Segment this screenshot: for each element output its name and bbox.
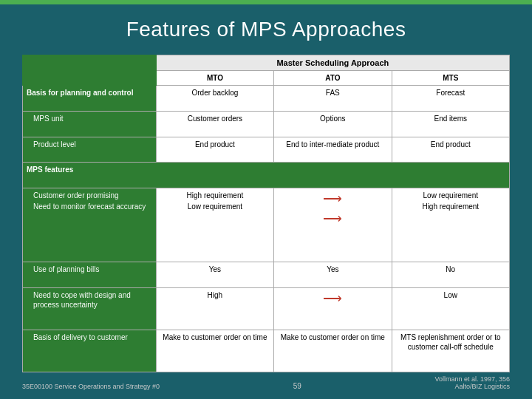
footer-right-line1: Vollmann et al. 1997, 356 [434, 375, 510, 383]
s2-row3: Need to cope with design and process unc… [23, 287, 510, 330]
s1r1-mts: End items [392, 111, 509, 137]
s2-row2: Use of planning bills Yes Yes No [23, 262, 510, 287]
s2r3-arrow: ⟶ [274, 287, 392, 330]
footer-center: 59 [293, 382, 301, 390]
s2r2-left: Use of planning bills [23, 262, 157, 287]
slide-container: Features of MPS Approaches Master Schedu… [0, 4, 532, 399]
s2r4-mto: Make to customer order on time [156, 330, 273, 372]
main-table: Master Scheduling Approach MTO ATO MTS B… [22, 55, 510, 372]
s2-row4: Basis of delivery to customer Make to cu… [23, 330, 510, 372]
header-col1 [23, 55, 157, 71]
section2-label: MPS features [23, 163, 510, 188]
s2r1-mto-val: Low requirement [160, 202, 270, 211]
s2-row0: Customer order promising Need to monitor… [23, 188, 510, 262]
header-row: Master Scheduling Approach [23, 55, 510, 71]
s2r0-left-line1: Customer order promising [33, 191, 152, 200]
s2r2-mto: Yes [156, 262, 273, 287]
s2r0-mts: Low requirement High requirement [392, 188, 509, 262]
s1r2-ato: End to inter-mediate product [274, 137, 392, 163]
col-mto: MTO [156, 71, 273, 86]
s2r3-mto: High [156, 287, 273, 330]
slide-title: Features of MPS Approaches [126, 18, 406, 41]
footer-right-line2: Aalto/BIZ Logistics [454, 383, 510, 390]
footer: 35E00100 Service Operations and Strategy… [22, 372, 510, 392]
section2-label-row: MPS features [23, 163, 510, 188]
s1r2-mts: End product [392, 137, 509, 163]
col-mts: MTS [392, 71, 509, 86]
s1r0-mts: Forecast [392, 86, 509, 112]
s2r2-ato: Yes [274, 262, 392, 287]
arrow-bottom-icon: ⟶ [323, 211, 342, 228]
section1-label-row: Basis for planning and control Order bac… [23, 86, 510, 112]
s1r2-mto: End product [156, 137, 273, 163]
s2r2-mts: No [392, 262, 509, 287]
s2r4-ato: Make to customer order on time [274, 330, 392, 372]
s1r0-ato: FAS [274, 86, 392, 112]
s1-row2: Product level End product End to inter-m… [23, 137, 510, 163]
subheader-left [23, 71, 157, 86]
s2r0-left: Customer order promising Need to monitor… [23, 188, 157, 262]
s2r0-mto: High requirement Low requirement [156, 188, 273, 262]
arrow-row3-icon: ⟶ [323, 290, 342, 307]
s2r4-left: Basis of delivery to customer [23, 330, 157, 372]
footer-right: Vollmann et al. 1997, 356 Aalto/BIZ Logi… [434, 375, 510, 390]
s2r0-mto-val: High requirement [160, 191, 270, 200]
section1-label: Basis for planning and control [23, 86, 157, 112]
s2r0-mts-val: Low requirement [396, 191, 505, 200]
s2r1-left-line1: Need to monitor forecast accuracy [33, 202, 152, 211]
s2r3-left: Need to cope with design and process unc… [23, 287, 157, 330]
s1r2-left: Product level [23, 137, 157, 163]
s1r1-left: MPS unit [23, 111, 157, 137]
s2r3-mts: Low [392, 287, 509, 330]
arrow-top-icon: ⟶ [323, 191, 342, 208]
s2-arrow-cell: ⟶ ⟶ [274, 188, 392, 262]
col-ato: ATO [274, 71, 392, 86]
s1r1-mto: Customer orders [156, 111, 273, 137]
s1r1-ato: Options [274, 111, 392, 137]
s1-row1: MPS unit Customer orders Options End ite… [23, 111, 510, 137]
subheader-row: MTO ATO MTS [23, 71, 510, 86]
header-span: Master Scheduling Approach [156, 55, 509, 71]
s2r4-mts: MTS replenishment order or to customer c… [392, 330, 509, 372]
s2r1-mts-val: High requirement [396, 202, 505, 211]
s1r0-mto: Order backlog [156, 86, 273, 112]
footer-left: 35E00100 Service Operations and Strategy… [22, 383, 160, 390]
